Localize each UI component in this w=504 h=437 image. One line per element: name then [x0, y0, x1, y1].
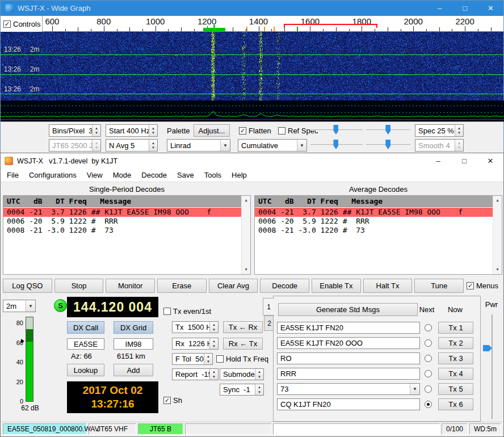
- frequency-scale[interactable]: Controls 6008001000120014001600180020002…: [1, 16, 503, 32]
- enable-tx-button[interactable]: Enable Tx: [312, 279, 361, 293]
- band-select[interactable]: 2m ▼: [3, 300, 36, 312]
- spinner-arrows-icon[interactable]: ▲▼: [92, 140, 100, 151]
- tx-1-button[interactable]: Tx 1: [438, 322, 473, 334]
- report-spinner[interactable]: Report -15 ▲▼: [172, 368, 219, 380]
- menu-help[interactable]: Help: [226, 169, 252, 182]
- dx-call-input[interactable]: EA5SE: [67, 338, 104, 350]
- slider-thumb[interactable]: [385, 125, 390, 135]
- clear-avg-button[interactable]: Clear Avg: [209, 279, 258, 293]
- spinner-arrows-icon[interactable]: ▲▼: [92, 125, 100, 136]
- average-decodes[interactable]: UTC dB DT Freq Message 0004 -21 3.7 1226…: [254, 195, 502, 275]
- spinner-arrows-icon[interactable]: ▲▼: [455, 125, 463, 136]
- adjust-palette-button[interactable]: Adjust...: [194, 124, 230, 137]
- decode-row[interactable]: 0008 -21 -3.0 1220 # 73: [3, 226, 241, 235]
- add-button[interactable]: Add: [114, 364, 153, 376]
- spinner-arrows-icon[interactable]: ▲▼: [255, 384, 263, 395]
- slider-thumb[interactable]: [333, 140, 338, 149]
- waterfall-gain-slider[interactable]: [310, 124, 363, 136]
- decode-row[interactable]: 0006 -20 5.9 1222 # RRR: [255, 217, 493, 226]
- slider-thumb[interactable]: [385, 140, 390, 149]
- tx-2-button[interactable]: Tx 2: [438, 337, 473, 349]
- spinner-arrows-icon[interactable]: ▲▼: [455, 140, 463, 151]
- controls-checkbox[interactable]: Controls: [1, 16, 43, 32]
- close-button[interactable]: ✕: [478, 1, 503, 16]
- spinner-arrows-icon[interactable]: ▲▼: [149, 125, 157, 136]
- menu-mode[interactable]: Mode: [108, 169, 137, 182]
- scroll-up-icon[interactable]: ▲: [242, 198, 250, 203]
- tx-5-button[interactable]: Tx 5: [438, 383, 473, 395]
- submode-spinner[interactable]: Submode B ▲▼: [220, 368, 264, 380]
- scroll-down-icon[interactable]: ▼: [493, 267, 502, 272]
- spinner-arrows-icon[interactable]: ▲▼: [149, 140, 157, 151]
- menu-save[interactable]: Save: [172, 169, 199, 182]
- tab-1[interactable]: 1: [263, 298, 274, 316]
- tx-6-button[interactable]: Tx 6: [438, 398, 473, 410]
- spinner-arrows-icon[interactable]: ▲▼: [209, 369, 218, 380]
- tx-freq-spinner[interactable]: Tx 1500 Hz ▲▼: [172, 321, 219, 333]
- tx-3-button[interactable]: Tx 3: [438, 352, 473, 364]
- maximize-button[interactable]: □: [451, 153, 477, 169]
- stop-button[interactable]: Stop: [54, 279, 104, 293]
- spinner-arrows-icon[interactable]: ▲▼: [255, 369, 263, 380]
- bins-per-pixel-spinner[interactable]: Bins/Pixel 3 ▲▼: [49, 124, 101, 137]
- tx-even-checkbox[interactable]: Tx even/1st: [163, 307, 211, 316]
- scrollbar[interactable]: ▲▼: [241, 196, 250, 274]
- pwr-slider[interactable]: [481, 312, 502, 421]
- scroll-up-icon[interactable]: ▲: [493, 198, 502, 203]
- waterfall-zero-slider[interactable]: [366, 124, 410, 136]
- generate-std-msgs-button[interactable]: Generate Std Msgs: [278, 303, 418, 316]
- smooth-spinner[interactable]: Smooth 4 ▲▼: [415, 139, 464, 152]
- tx-4-button[interactable]: Tx 4: [438, 368, 473, 380]
- spectrum-zero-slider[interactable]: [366, 138, 410, 151]
- spinner-arrows-icon[interactable]: ▲▼: [209, 322, 218, 333]
- flatten-checkbox[interactable]: Flatten: [239, 127, 271, 135]
- minimize-button[interactable]: –: [427, 1, 452, 16]
- n-avg-spinner[interactable]: N Avg 5 ▲▼: [106, 139, 158, 152]
- jt65-jt9-split-spinner[interactable]: JT65 2500 JT9 ▲▼: [49, 139, 101, 152]
- spectrum-gain-slider[interactable]: [310, 138, 363, 151]
- waterfall[interactable]: 13:262m13:262m13:262m: [1, 32, 503, 100]
- dx-grid-button[interactable]: DX Grid: [114, 321, 153, 334]
- log-qso-button[interactable]: Log QSO: [3, 279, 52, 293]
- rx-from-tx-button[interactable]: Rx ← Tx: [223, 338, 263, 350]
- start-freq-spinner[interactable]: Start 400 Hz ▲▼: [106, 124, 158, 137]
- tx-message-input[interactable]: EA5SE K1JT FN20: [277, 322, 420, 334]
- main-titlebar[interactable]: WSJT-X v1.7.1-devel by K1JT – □ ✕: [1, 153, 503, 169]
- slider-thumb[interactable]: [333, 125, 338, 135]
- f-tol-spinner[interactable]: F Tol 50 ▲▼: [172, 353, 213, 365]
- slider-thumb[interactable]: [483, 345, 492, 351]
- tx-from-rx-button[interactable]: Tx ← Rx: [223, 321, 263, 333]
- tune-button[interactable]: Tune: [414, 279, 464, 293]
- tx-next-radio[interactable]: [425, 355, 432, 362]
- decode-row[interactable]: 0006 -20 5.9 1222 # RRR: [3, 217, 241, 226]
- menus-checkbox[interactable]: Menus: [467, 281, 498, 290]
- close-button[interactable]: ✕: [477, 153, 503, 169]
- tx-message-input[interactable]: CQ K1JT FN20: [277, 398, 420, 410]
- decode-row[interactable]: 0004 -21 3.7 1226 ## K1JT EA5SE IM98 OOO…: [3, 208, 241, 217]
- menu-decode[interactable]: Decode: [136, 169, 172, 182]
- tx-next-radio[interactable]: [425, 370, 432, 377]
- dx-grid-input[interactable]: IM98: [114, 338, 153, 350]
- waterfall-canvas[interactable]: [1, 32, 503, 100]
- decode-button[interactable]: Decode: [260, 279, 309, 293]
- sh-checkbox[interactable]: Sh: [163, 396, 182, 405]
- spinner-arrows-icon[interactable]: ▲▼: [204, 354, 212, 364]
- tx-next-radio[interactable]: [425, 385, 432, 393]
- spinner-arrows-icon[interactable]: ▲▼: [209, 338, 218, 349]
- monitor-button[interactable]: Monitor: [106, 279, 155, 293]
- scroll-down-icon[interactable]: ▼: [242, 267, 250, 272]
- tx-next-radio[interactable]: [425, 339, 432, 347]
- spec-percent-spinner[interactable]: Spec 25 % ▲▼: [415, 124, 464, 137]
- maximize-button[interactable]: □: [452, 1, 478, 16]
- erase-button[interactable]: Erase: [157, 279, 207, 293]
- dx-call-button[interactable]: DX Call: [67, 321, 104, 334]
- tx-message-input[interactable]: EA5SE K1JT FN20 OOO: [277, 337, 420, 349]
- rx-freq-spinner[interactable]: Rx 1226 Hz ▲▼: [172, 338, 219, 350]
- tx-message-input[interactable]: RO: [277, 352, 420, 364]
- tx-next-radio[interactable]: [425, 401, 432, 408]
- wide-graph-titlebar[interactable]: WSJT-X - Wide Graph – □ ✕: [1, 1, 503, 16]
- menu-tools[interactable]: Tools: [199, 169, 226, 182]
- tx-next-radio[interactable]: [425, 324, 432, 331]
- menu-view[interactable]: View: [82, 169, 108, 182]
- tx-message-combo[interactable]: 73▼: [277, 383, 420, 395]
